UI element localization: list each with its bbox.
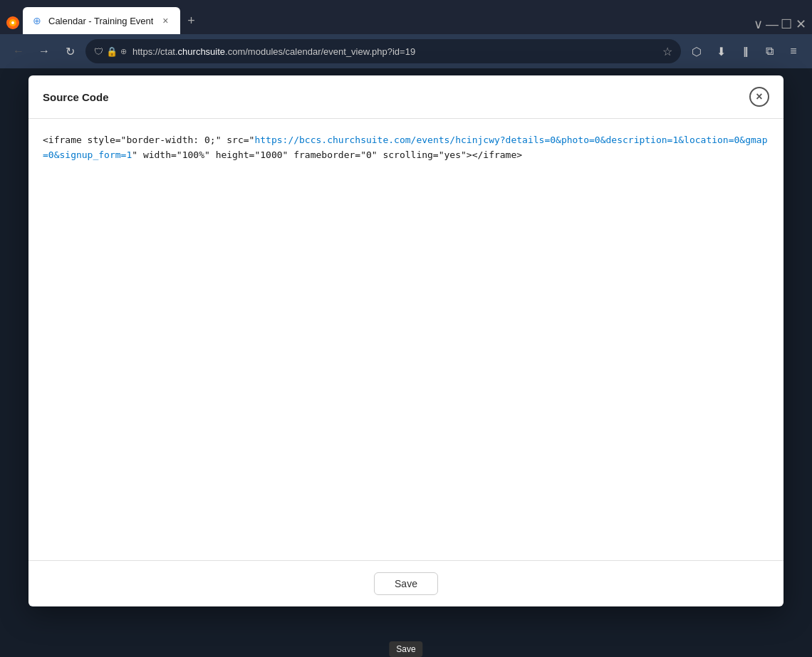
tab-dropdown-button[interactable]: ∨ (752, 19, 764, 30)
active-tab[interactable]: ⊕ Calendar - Training Event × (23, 7, 180, 34)
new-tab-button[interactable]: + (180, 10, 202, 31)
back-button[interactable]: ← (9, 41, 28, 61)
site-info-icon: ⊕ (120, 47, 127, 56)
tab-page-icon: ⊕ (31, 15, 43, 26)
browser-chrome: ⊕ Calendar - Training Event × + ∨ — ☐ ✕ … (0, 0, 812, 68)
url-bar[interactable]: 🛡 🔒 ⊕ https://ctat.churchsuite.com/modul… (85, 39, 681, 63)
bookmarks-icon[interactable]: ||| (735, 41, 755, 61)
address-bar: ← → ↻ 🛡 🔒 ⊕ https://ctat.churchsuite.com… (0, 34, 812, 68)
tab-bar-right: ∨ — ☐ ✕ (752, 19, 806, 30)
maximize-button[interactable]: ☐ (781, 19, 792, 30)
modal-title: Source Code (43, 91, 109, 103)
url-domain: churchsuite (178, 46, 225, 57)
shield-icon: 🛡 (94, 46, 103, 57)
url-security-icons: 🛡 🔒 ⊕ (94, 46, 127, 57)
lock-icon: 🔒 (106, 46, 118, 57)
svg-point-2 (11, 21, 14, 24)
page-background: Source Code × <iframe style="border-widt… (0, 68, 812, 657)
modal-overlay: Source Code × <iframe style="border-widt… (0, 68, 812, 657)
bookmark-star-icon[interactable]: ☆ (662, 45, 672, 58)
pocket-icon[interactable]: ⬡ (687, 41, 707, 61)
close-window-button[interactable]: ✕ (795, 19, 806, 30)
toolbar-icons: ⬡ ⬇ ||| ⧉ ≡ (687, 41, 803, 61)
modal-footer: Save (28, 560, 784, 606)
source-code-modal: Source Code × <iframe style="border-widt… (28, 75, 784, 606)
minimize-button[interactable]: — (766, 19, 778, 30)
save-button[interactable]: Save (374, 572, 438, 595)
download-icon[interactable]: ⬇ (711, 41, 731, 61)
modal-header: Source Code × (28, 75, 784, 119)
source-code-content: <iframe style="border-width: 0;" src="ht… (43, 133, 769, 163)
tab-bar: ⊕ Calendar - Training Event × + ∨ — ☐ ✕ (0, 0, 812, 34)
iframe-src-value: https://bccs.churchsuite.com/events/hcin… (43, 135, 767, 160)
modal-close-button[interactable]: × (749, 87, 769, 107)
menu-icon[interactable]: ≡ (784, 41, 803, 61)
tab-close-button[interactable]: × (159, 14, 172, 27)
extensions-icon[interactable]: ⧉ (759, 41, 779, 61)
firefox-logo (6, 16, 20, 30)
save-tooltip: Save (389, 641, 422, 657)
modal-body: <iframe style="border-width: 0;" src="ht… (28, 119, 784, 560)
forward-button[interactable]: → (34, 41, 54, 61)
tab-title: Calendar - Training Event (48, 16, 153, 26)
refresh-button[interactable]: ↻ (60, 41, 80, 61)
url-text: https://ctat.churchsuite.com/modules/cal… (132, 46, 657, 57)
